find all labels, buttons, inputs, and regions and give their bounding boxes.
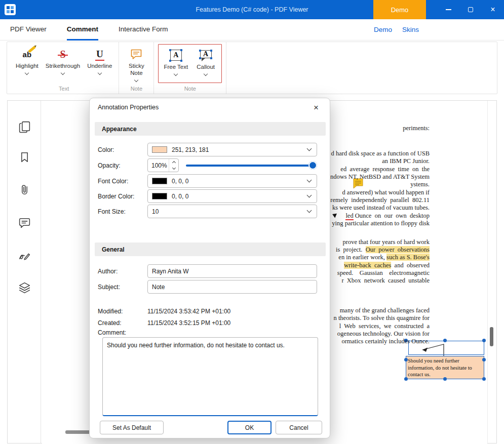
- minimize-button[interactable]: [437, 0, 459, 19]
- tab-pdf-viewer[interactable]: PDF Viewer: [10, 19, 47, 41]
- strikethrough-button[interactable]: S Strikethrough: [43, 44, 83, 83]
- opacity-spinner[interactable]: 100%: [147, 158, 179, 172]
- titlebar: Features Demo (C# code) - PDF Viewer Dem…: [0, 0, 504, 19]
- demo-badge-button[interactable]: Demo: [373, 0, 426, 19]
- demo-link[interactable]: Demo: [374, 19, 392, 41]
- comments-icon: [18, 216, 31, 230]
- close-icon: ×: [490, 6, 495, 14]
- signature-button[interactable]: [18, 249, 31, 262]
- ribbon-group-sticky-note: Sticky Note Note: [119, 42, 154, 94]
- free-text-button[interactable]: A Free Text: [161, 45, 190, 82]
- color-value: 251, 213, 181: [172, 146, 303, 153]
- font-color-dropdown[interactable]: 0, 0, 0: [147, 174, 317, 188]
- callout-text-box[interactable]: Should you need further information, do …: [406, 356, 484, 379]
- selection-handle[interactable]: [443, 377, 447, 381]
- color-row: Color: 251, 213, 181: [98, 143, 317, 156]
- chevron-down-icon: [307, 208, 312, 213]
- highlight-button[interactable]: ab Highlight: [13, 44, 41, 83]
- chevron-down-icon: [307, 178, 312, 183]
- subject-row: Subject:: [98, 280, 317, 294]
- document-text-line: ystems.: [410, 181, 430, 188]
- underline-label: Underline: [87, 63, 112, 70]
- document-text-line: write-back caches and observed: [344, 262, 430, 269]
- border-color-dropdown[interactable]: 0, 0, 0: [147, 189, 317, 203]
- vertical-scrollbar-thumb[interactable]: [490, 327, 493, 346]
- comment-textarea[interactable]: Should you need further information, do …: [102, 337, 318, 416]
- font-size-dropdown[interactable]: 10: [147, 205, 317, 218]
- color-label: Color:: [98, 146, 147, 153]
- menu-tabs: PDF Viewer Comment Interactive Form: [10, 19, 168, 41]
- bookmarks-button[interactable]: [18, 150, 31, 164]
- strikethrough-label: Strikethrough: [46, 63, 80, 70]
- comments-button[interactable]: [18, 216, 31, 230]
- selection-handle[interactable]: [482, 377, 486, 381]
- ribbon-toolbar: ab Highlight S Strikethrough U Underline…: [7, 42, 497, 94]
- opacity-decrease-button[interactable]: [169, 166, 178, 172]
- window-controls: ×: [437, 0, 504, 19]
- document-text-line: prove that four years of hard work: [343, 238, 430, 246]
- callout-button[interactable]: A Callout: [192, 45, 219, 82]
- layers-button[interactable]: [18, 281, 31, 295]
- skins-link[interactable]: Skins: [402, 19, 419, 41]
- font-color-swatch: [152, 178, 167, 184]
- chevron-down-icon: [61, 71, 65, 75]
- callout-icon: A: [200, 48, 212, 62]
- font-color-label: Font Color:: [98, 178, 147, 185]
- ok-button[interactable]: OK: [227, 421, 272, 434]
- subject-input[interactable]: [147, 280, 317, 294]
- general-section-header: General: [95, 243, 326, 256]
- opacity-increase-button[interactable]: [169, 159, 178, 166]
- document-text-line: many of the grand challenges faced: [340, 307, 430, 314]
- modified-label: Modified:: [98, 308, 147, 315]
- set-as-default-button[interactable]: Set As Default: [100, 421, 164, 434]
- side-toolbar: [8, 101, 41, 443]
- author-label: Author:: [98, 268, 147, 275]
- subject-label: Subject:: [98, 284, 147, 291]
- selection-handle[interactable]: [482, 339, 486, 342]
- underline-button[interactable]: U Underline: [85, 44, 114, 83]
- close-window-button[interactable]: ×: [482, 0, 504, 19]
- document-text-line: remely independently parallel 802.11: [330, 196, 430, 204]
- thumbnails-button[interactable]: [18, 120, 31, 134]
- document-text-line: periments:: [403, 125, 430, 132]
- attachments-button[interactable]: [18, 183, 31, 196]
- highlight-icon: ab: [23, 47, 32, 61]
- text-cursor-icon: [332, 212, 338, 218]
- opacity-slider[interactable]: [186, 158, 317, 172]
- color-swatch: [152, 146, 167, 153]
- chevron-down-icon: [307, 146, 312, 151]
- selection-handle[interactable]: [404, 377, 408, 381]
- font-color-row: Font Color: 0, 0, 0: [98, 174, 317, 188]
- document-text-line: en in earlier work, such as S. Bose's: [338, 254, 430, 261]
- dialog-close-button[interactable]: ×: [308, 101, 324, 114]
- comment-label: Comment:: [98, 329, 126, 336]
- general-section-label: General: [102, 246, 125, 253]
- chevron-down-icon: [98, 71, 102, 75]
- menu-links: Demo Skins: [374, 19, 419, 41]
- border-color-label: Border Color:: [98, 193, 147, 200]
- appearance-section-header: Appearance: [95, 122, 326, 136]
- document-text-line: ying particular attention to floppy disk: [332, 220, 430, 227]
- opacity-slider-thumb[interactable]: [308, 161, 317, 170]
- opacity-label: Opacity:: [98, 162, 147, 169]
- author-row: Author:: [98, 264, 317, 278]
- document-text-line: n theorists. To solve this quagmire for: [334, 314, 430, 322]
- maximize-button[interactable]: [459, 0, 482, 19]
- selection-handle[interactable]: [482, 358, 486, 361]
- author-input[interactable]: [147, 264, 317, 278]
- opacity-row: Opacity: 100%: [98, 158, 317, 172]
- menubar: PDF Viewer Comment Interactive Form Demo…: [0, 19, 504, 41]
- cancel-button[interactable]: Cancel: [276, 421, 322, 434]
- selection-handle[interactable]: [443, 339, 447, 342]
- document-text-line: speed. Gaussian electromagnetic: [337, 269, 430, 277]
- color-dropdown[interactable]: 251, 213, 181: [147, 143, 317, 156]
- dialog-title: Annotation Properties: [98, 104, 159, 111]
- selection-handle[interactable]: [404, 358, 408, 361]
- layers-icon: [18, 281, 31, 295]
- chevron-down-icon: [25, 71, 29, 75]
- chevron-down-icon: [204, 72, 208, 76]
- tab-comment[interactable]: Comment: [67, 19, 98, 41]
- sticky-note-button[interactable]: Sticky Note: [123, 44, 149, 83]
- opacity-slider-track[interactable]: [186, 165, 316, 167]
- tab-interactive-form[interactable]: Interactive Form: [119, 19, 168, 41]
